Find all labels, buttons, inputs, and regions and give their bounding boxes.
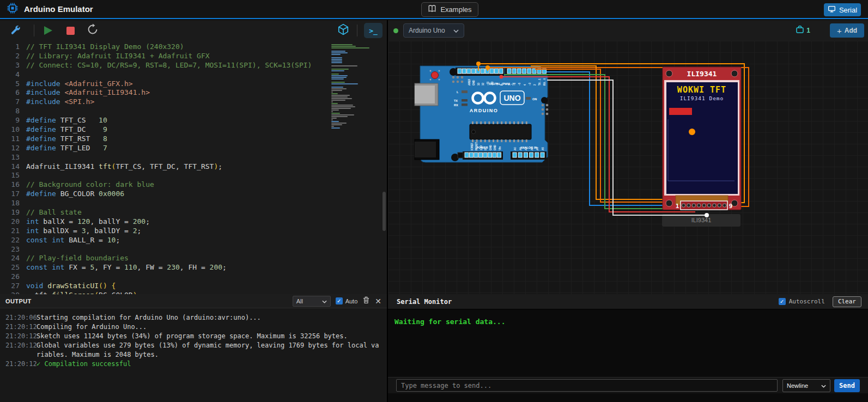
serial-input[interactable] <box>396 379 778 392</box>
toolbar-divider <box>357 25 357 36</box>
minimap-line <box>331 44 353 45</box>
send-button[interactable]: Send <box>834 379 860 392</box>
pin <box>490 69 494 74</box>
code-line: 1// TFT ILI9341 Display Demo (240x320) <box>0 42 312 52</box>
atmega-chip <box>470 124 531 139</box>
editor-minimap[interactable] <box>331 44 379 129</box>
minimap-line <box>331 60 342 62</box>
diagram-3d-icon[interactable] <box>337 23 349 38</box>
tft-ball <box>689 129 695 135</box>
led-rx-label: RX <box>454 103 458 107</box>
wire-endpoint-dot[interactable] <box>705 213 709 217</box>
code-line: 12#define TFT_LED 7 <box>0 144 312 153</box>
minimap-line <box>331 92 333 93</box>
chip-leg <box>472 139 474 142</box>
ili9341-tft-module[interactable]: ILI9341 WOKWI TFT ILI9341 Demo 1 9 <box>663 67 741 210</box>
uno-label: UNO <box>503 94 520 102</box>
tft-pin <box>692 204 695 207</box>
chip-leg <box>493 139 494 142</box>
add-part-button[interactable]: + Add <box>830 23 864 38</box>
arduino-brand-label: ARDUINO <box>470 108 499 113</box>
pin <box>488 153 492 157</box>
reset-button[interactable] <box>432 72 439 79</box>
pin <box>462 69 466 74</box>
minimap-line <box>331 111 333 112</box>
settings-wrench-icon[interactable] <box>10 24 21 37</box>
run-button[interactable] <box>44 26 52 35</box>
minimap-line <box>331 93 338 94</box>
pin <box>465 153 469 157</box>
chip-leg <box>505 121 507 124</box>
parts-counter: 1 <box>796 25 810 36</box>
output-panel: OUTPUT All ✓ Auto ✕ 21:2 <box>0 294 387 402</box>
pin <box>518 153 522 157</box>
code-line: 27void drawStaticUI() { <box>0 282 312 291</box>
tft-title: ILI9341 <box>687 70 717 78</box>
minimap-line <box>331 116 348 117</box>
chip-leg <box>484 121 486 124</box>
code-line: 18 <box>0 199 312 208</box>
chip-leg <box>513 139 515 142</box>
code-line: 3// Connect: CS=10, DC/RS=9, RST=8, LED=… <box>0 61 312 70</box>
code-line: 4 <box>0 70 312 80</box>
pin <box>530 153 533 157</box>
pin <box>471 69 475 74</box>
pin <box>499 69 503 74</box>
wire-junction-dot[interactable] <box>476 62 481 66</box>
pin <box>497 153 501 157</box>
minimap-line <box>331 121 339 122</box>
autoscroll-label: Autoscroll <box>789 298 825 305</box>
brand: Arduino Emulator <box>7 2 93 16</box>
icsp-pin <box>546 113 549 115</box>
board-select[interactable]: Arduino Uno <box>403 23 464 38</box>
editor-scrollbar[interactable] <box>383 192 386 231</box>
chevron-down-icon <box>322 298 327 304</box>
serial-toggle-button[interactable]: Serial <box>824 3 861 16</box>
minimap-line <box>331 105 353 106</box>
pin-label: 13 <box>477 82 480 86</box>
examples-button[interactable]: Examples <box>421 2 478 17</box>
chip-leg <box>526 121 527 124</box>
pin <box>535 153 539 157</box>
plus-icon: + <box>837 26 842 35</box>
minimap-line <box>331 103 338 104</box>
code-line: 10#define TFT_DC 9 <box>0 125 312 135</box>
wire-junction-dot[interactable] <box>500 75 503 79</box>
minimap-line <box>331 75 348 76</box>
auto-checkbox[interactable]: ✓ <box>336 297 343 304</box>
serial-title: Serial Monitor <box>397 298 452 306</box>
close-icon[interactable]: ✕ <box>375 297 381 305</box>
diagram-canvas[interactable]: AREFGND1312~11~10~987~6~54~32TX→1RX←0 DI… <box>388 41 868 294</box>
wire-junction-dot[interactable] <box>485 65 490 70</box>
tft-pin <box>718 204 721 207</box>
code-line: 5#include <Adafruit_GFX.h> <box>0 80 312 89</box>
output-filter-select[interactable]: All <box>293 296 331 307</box>
trash-icon[interactable] <box>362 296 370 306</box>
minimap-line <box>331 90 342 91</box>
status-dot <box>393 28 398 33</box>
tft-pin <box>682 204 685 207</box>
serial-output: Waiting for serial data... <box>388 310 868 377</box>
arduino-uno-board[interactable]: AREFGND1312~11~10~987~6~54~32TX→1RX←0 DI… <box>415 66 550 162</box>
autoscroll-checkbox[interactable]: ✓ <box>779 298 786 305</box>
bottom-panels: OUTPUT All ✓ Auto ✕ 21:2 <box>0 294 868 402</box>
serial-monitor-panel: Serial Monitor ✓ Autoscroll Clear Waitin… <box>388 294 868 402</box>
on-label: ON <box>532 98 537 101</box>
diagram-toolbar: Arduino Uno 1 + Add <box>388 20 868 41</box>
chip-leg <box>509 121 511 124</box>
minimap-line <box>331 57 342 58</box>
log-row: 21:20:12✓ Compilation successful <box>0 360 387 369</box>
stop-button[interactable] <box>66 27 75 35</box>
restart-icon[interactable] <box>87 23 99 38</box>
code-line: 19// Ball state <box>0 208 312 217</box>
pin-label: TX→1 <box>538 78 541 86</box>
code-editor[interactable]: 1// TFT ILI9341 Display Demo (240x320)2/… <box>0 41 387 294</box>
minimap-line <box>331 83 358 84</box>
wire-orange[interactable] <box>531 66 682 199</box>
pin-label: A5 <box>542 147 544 150</box>
clear-button[interactable]: Clear <box>833 296 861 307</box>
minimap-line <box>331 74 339 75</box>
pin <box>507 69 511 74</box>
line-ending-select[interactable]: Newline <box>782 379 830 392</box>
terminal-toggle-button[interactable]: >_ <box>364 23 383 38</box>
